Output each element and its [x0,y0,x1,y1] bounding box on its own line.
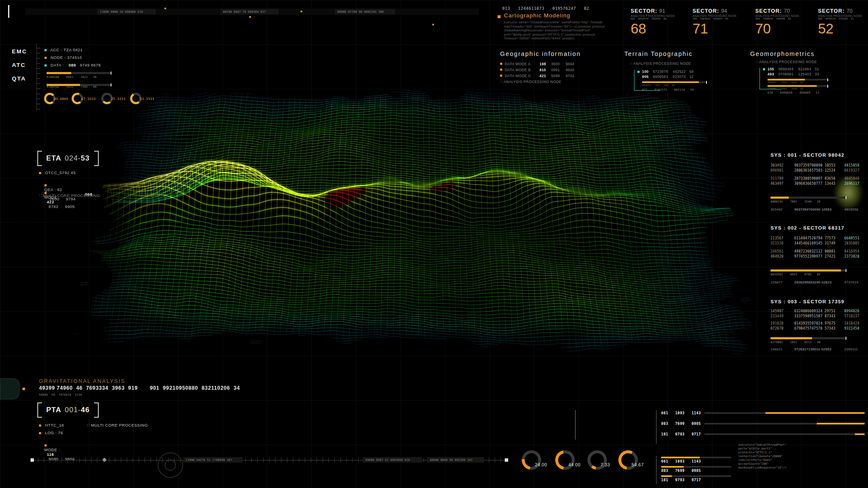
geomorph-note-text: ANALYSIS PROCESSING NODE [759,60,817,64]
bar-row-bar [704,412,865,414]
config-block: executor="tomcatThreadPool" port="${http… [738,443,865,470]
bottom-ruler-readout: 48948 0049 98 892299 347 [430,458,473,462]
config-line: maxThreads="300" minSpareThreads="50"/> … [504,25,610,29]
config-line: redirectPort="8443" [738,458,865,462]
sys-cell: 311789 [771,177,794,180]
sector-big-value: 68 [631,21,687,37]
bar-row: 181 9793 9717 [661,475,733,482]
sys-cell: 145987 [771,309,794,313]
geo-row-bold: 198 [540,62,546,66]
sys-cell: 2390111 [844,347,868,351]
bar-row: 661 1093 1143 [661,411,865,415]
sys-cell: 3096836650777 13443 [794,182,844,186]
corner-tick [8,5,9,18]
sector-label: SECTOR: [693,8,719,14]
acc-row: ACC - TZA 0421 [45,47,83,52]
gauge-value: 54.67 [632,462,644,467]
orange-bullet-icon [39,432,41,434]
ruler-slider-handle[interactable] [31,458,34,462]
process-icon: ∷ [87,423,90,427]
geo-row-label: DATA MODE C [505,74,540,78]
bar-row: 803 7699 0985 [661,421,865,426]
geo-note-text: ANALYSIS PROCESSING NODE [504,80,562,84]
gravitational-readout: 49399 74960 46 7693334 3963 919 901 9921… [39,385,240,391]
sector-big-value: 71 [693,21,748,37]
sector-node-label: ANALYSIS PROCESSING NODE [631,14,687,17]
node-row: NODE - 374510 [45,55,82,60]
geo-row-rest: 5098 9702 [551,74,574,78]
eta-row-3-rest: 8782 9905 [49,204,75,209]
corner-blob [0,378,19,399]
reticle-icon [158,452,183,478]
bar-group-bottom: 661 1093 1143 803 7699 0985 181 9793 971… [661,457,733,482]
eta-code-bold: 53 [81,154,90,163]
gauge-value: 24.00 [535,462,547,467]
sector-block-2: SECTOR: 94 ANALYSIS PROCESSING NODE 368 … [693,7,748,37]
sys-cell: 072670 [771,327,794,330]
geomorph-row-bold: 105 [768,67,774,71]
mini-gauge-4: 53.3333 [130,93,142,104]
sys-cell: 4045840 [844,177,868,180]
top-ruler-readout: 80198 8987 78 888384 837 [223,10,266,14]
eta-note-text: MULTI CORE PROCESSING [43,193,100,198]
sys-cell: 213567 [771,236,794,240]
geomorph-bar-2-caption: 530908 2801 1191 25 [768,87,828,90]
geomorph-bar-2 [768,85,828,87]
terrain-3d-wireframe-view[interactable] [64,64,767,385]
sector-label: SECTOR: [818,8,845,14]
sys-cell: 233449 [771,314,794,318]
orange-bullet-icon [22,388,25,390]
cyan-bullet-icon [763,68,765,70]
data-row: DATA : 089 9749 8678 [45,63,101,67]
vertical-ruler [36,43,40,111]
gravitational-sub-readout: 58689 58 7474919 1134 [39,393,82,396]
sys-panel-title: SYS : 001 - SECTOR 98042 [771,152,868,158]
bar-row-bar [661,457,731,458]
sys-data-row: 145987 6324086609324 29751 8994826 [771,309,868,313]
sys-panel-1: SYS : 001 - SECTOR 98042 303492 90373597… [771,152,868,213]
sys-cell: 4737019 [844,280,868,284]
cyan-bullet-icon [45,64,47,67]
gauge-1: 24.00 [522,450,541,470]
sys-bar [771,197,846,199]
sector-number: 94 [721,8,727,14]
telemetry-bar-2-caption: 8100566 5932 7345 49 [47,85,97,89]
config-line: port="${http.port}" [738,447,865,451]
geo-row-rest: 3600 9694 [551,62,574,66]
sys-cell: 9037359700090 10553 [794,208,844,211]
mini-gauge-3: 25.3333 [101,93,113,104]
sys-cell: 096901 [771,169,794,172]
topo-row: 100 5723878 482522 59 [637,69,707,74]
topo-rows: 100 5723878 482522 59 905 9909583 023074… [637,69,707,92]
sector-node-label: ANALYSIS PROCESSING NODE [818,14,868,17]
geo-row-bold: 421 [540,74,546,78]
indicator-dot [164,8,166,9]
sector-readout: 368 7923031 692283 04 [693,17,748,20]
geo-row: DATA MODE C 421 5098 9702 [500,74,574,78]
config-line: acceptCount="100" [738,462,865,466]
sys-data-row: 311789 2873300590097 83656 4045840 [771,177,868,180]
topo-note: ∷ ANALYSIS PROCESSING NODE [630,61,691,66]
bar-row-values: 181 9793 9717 [661,478,733,482]
config-line: connectionTimeout="20000" [738,455,865,458]
config-line: Executor name="ThreadPoolconfine" namePr… [504,20,610,25]
geo-row-rest: 0991 9926 [551,68,574,72]
bar-row-bar [661,475,731,477]
geomorph-bar-1 [768,79,828,80]
sys-panel-3: SYS : 003 - SECTOR 17359 145987 63240866… [771,299,868,352]
bottom-ruler-strip: 99099 9587 51 4691898 918 [363,457,422,463]
sys-cell: 246561 [771,250,794,253]
sector-readout: 601 9932574 781435 90 [631,17,687,20]
topo-bar [642,81,707,83]
sys-cell: 321520 [771,241,794,245]
sector-block-3: SECTOR: 70 ANALYSIS PROCESSING NODE 364 … [755,7,811,37]
geomorph-row: 493 0708681 125403 33 [768,72,828,76]
bottom-ruler-strip: 13990 54276 51 1760890 107 [183,457,242,463]
sys-panel-title: SYS : 003 - SECTOR 17359 [771,299,868,304]
sys-cell: 2696117 [844,182,868,186]
process-icon: ∷ [756,60,758,64]
accent-vline [575,410,576,440]
sys-cell: 2373820 [844,255,868,258]
geomorph-row-bold: 493 [768,72,774,76]
ruler-slider-handle[interactable] [505,458,508,462]
